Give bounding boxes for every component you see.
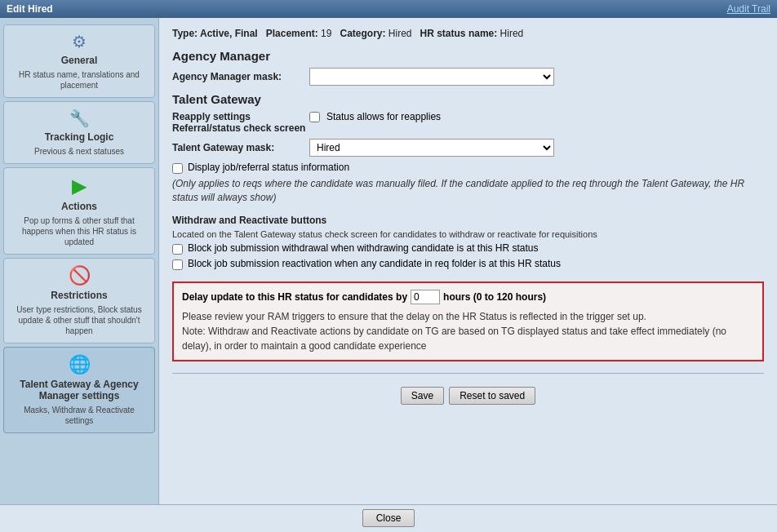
reapply-row: Reapply settings Status allows for reapp…: [172, 111, 764, 122]
tg-icon: 🌐: [69, 354, 91, 375]
tg-mask-select[interactable]: Hired: [309, 139, 554, 157]
actions-icon: ▶: [72, 175, 87, 197]
delay-note1: Please review your RAM triggers to ensur…: [182, 311, 646, 322]
bottom-buttons: Save Reset to saved: [172, 387, 764, 405]
block-reactivation-label: Block job submission reactivation when a…: [188, 258, 561, 269]
placement-value: 19: [321, 28, 331, 39]
sidebar-item-general[interactable]: ⚙ General HR status name, translations a…: [3, 24, 155, 98]
reset-to-saved-button[interactable]: Reset to saved: [449, 387, 535, 405]
sidebar-item-actions-title: Actions: [61, 201, 97, 212]
type-value: Type: Active, Final: [172, 28, 258, 39]
delay-hours-input[interactable]: [411, 290, 440, 304]
block-withdrawal-label: Block job submission withdrawal when wit…: [188, 242, 539, 254]
close-bar: Close: [0, 504, 777, 532]
restrict-icon: 🚫: [69, 265, 91, 286]
block-reactivation-row: Block job submission reactivation when a…: [172, 258, 764, 270]
sidebar-item-tracking[interactable]: 🔧 Tracking Logic Previous & next statuse…: [3, 101, 155, 164]
sidebar-item-restrictions-desc: User type restrictions, Block status upd…: [9, 304, 149, 336]
delay-label-part1: Delay update to this HR status for candi…: [182, 291, 407, 303]
title-bar: Edit Hired Audit Trail: [0, 0, 777, 18]
sidebar-item-actions[interactable]: ▶ Actions Pop up forms & other stuff tha…: [3, 167, 155, 255]
display-job-note: (Only applies to reqs where the candidat…: [172, 177, 764, 205]
category-label: Category:: [340, 28, 385, 39]
tracking-icon: 🔧: [69, 109, 90, 128]
block-withdrawal-checkbox[interactable]: [172, 244, 183, 255]
reapply-label: Reapply settings: [172, 111, 303, 122]
referral-label-row: Referral/status check screen: [172, 122, 764, 134]
sidebar-item-tg-title: Talent Gateway & Agency Manager settings: [9, 379, 149, 401]
agency-manager-mask-label: Agency Manager mask:: [172, 71, 303, 82]
hr-status-name-label: HR status name:: [420, 28, 498, 39]
sidebar-item-tg-desc: Masks, Withdraw & Reactivate settings: [9, 405, 149, 426]
sidebar-item-restrictions[interactable]: 🚫 Restrictions User type restrictions, B…: [3, 258, 155, 344]
tg-mask-row: Talent Gateway mask: Hired: [172, 139, 764, 157]
close-button[interactable]: Close: [362, 509, 415, 527]
block-withdrawal-row: Block job submission withdrawal when wit…: [172, 242, 764, 255]
withdraw-section-title: Withdraw and Reactivate buttons: [172, 215, 764, 226]
placement-label: Placement:: [266, 28, 318, 39]
gear-icon: ⚙: [72, 32, 87, 51]
sidebar-item-tg[interactable]: 🌐 Talent Gateway & Agency Manager settin…: [3, 347, 155, 433]
located-note: Located on the Talent Gateway status che…: [172, 229, 764, 239]
referral-label: Referral/status check screen: [172, 122, 305, 134]
category-value: Hired: [388, 28, 412, 39]
agency-manager-mask-select[interactable]: [309, 68, 554, 86]
delay-label-part2: hours (0 to 120 hours): [443, 291, 546, 303]
reapply-check-label: Status allows for reapplies: [326, 111, 441, 122]
delay-box: Delay update to this HR status for candi…: [172, 282, 764, 361]
delay-note2: Note: Withdraw and Reactivate actions by…: [182, 326, 726, 352]
divider: [172, 373, 764, 374]
sidebar-item-actions-desc: Pop up forms & other stuff that happens …: [9, 215, 149, 247]
tg-mask-label: Talent Gateway mask:: [172, 142, 303, 153]
content-area: Type: Active, Final Placement: 19 Catego…: [159, 18, 777, 504]
sidebar-item-tracking-title: Tracking Logic: [45, 131, 114, 143]
display-job-row: Display job/referral status information: [172, 162, 764, 174]
sidebar-item-restrictions-title: Restrictions: [51, 290, 107, 301]
display-job-checkbox[interactable]: [172, 163, 183, 174]
sidebar: ⚙ General HR status name, translations a…: [0, 18, 159, 504]
block-reactivation-checkbox[interactable]: [172, 259, 183, 270]
reapply-checkbox[interactable]: [309, 112, 320, 122]
save-button[interactable]: Save: [401, 387, 444, 405]
agency-manager-section-title: Agency Manager: [172, 49, 764, 63]
agency-manager-mask-row: Agency Manager mask:: [172, 68, 764, 86]
delay-note: Please review your RAM triggers to ensur…: [182, 309, 754, 353]
sidebar-item-general-title: General: [61, 55, 98, 66]
sidebar-item-tracking-desc: Previous & next statuses: [34, 146, 124, 157]
audit-trail-link[interactable]: Audit Trail: [727, 3, 770, 15]
window-title: Edit Hired: [7, 3, 53, 15]
delay-row: Delay update to this HR status for candi…: [182, 290, 754, 304]
talent-gateway-section-title: Talent Gateway: [172, 92, 764, 106]
sidebar-item-general-desc: HR status name, translations and placeme…: [9, 69, 149, 91]
display-job-label: Display job/referral status information: [188, 162, 349, 173]
type-line: Type: Active, Final Placement: 19 Catego…: [172, 28, 764, 39]
hr-status-name-value: Hired: [500, 28, 524, 39]
